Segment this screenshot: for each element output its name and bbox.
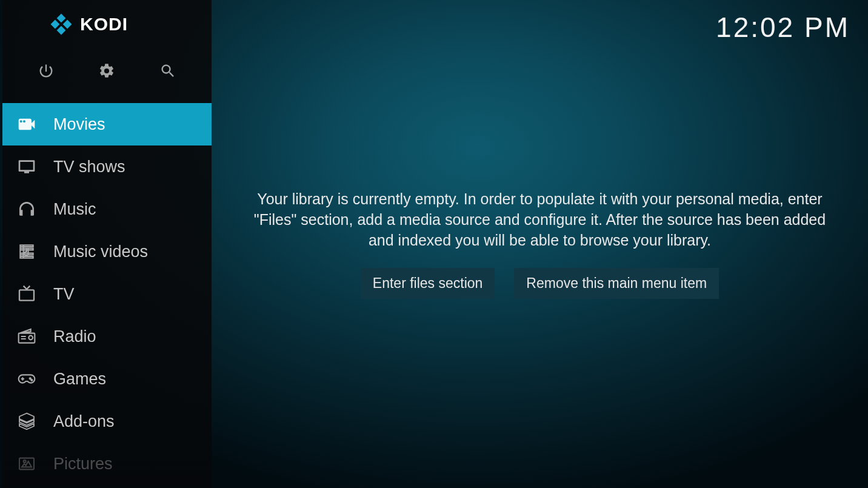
power-button[interactable] [33, 59, 59, 85]
main-content: Your library is currently empty. In orde… [212, 0, 868, 488]
power-icon [38, 62, 55, 82]
svg-rect-0 [57, 14, 66, 23]
sidebar-item-pictures[interactable]: Pictures [2, 443, 212, 485]
utility-row [2, 48, 212, 96]
tv-shows-icon [15, 155, 39, 179]
sidebar-item-label: Radio [53, 327, 96, 346]
action-button-row: Enter files section Remove this main men… [361, 268, 719, 299]
movies-icon [15, 112, 39, 136]
sidebar-item-label: Games [53, 370, 106, 389]
pictures-icon [15, 452, 39, 476]
sidebar-item-label: Music [53, 200, 96, 219]
enter-files-section-button[interactable]: Enter files section [361, 268, 495, 299]
search-button[interactable] [155, 59, 181, 85]
sidebar-item-label: Music videos [53, 242, 148, 261]
tv-icon [15, 282, 39, 306]
sidebar-item-addons[interactable]: Add-ons [2, 400, 212, 443]
sidebar-item-label: Add-ons [53, 412, 115, 431]
svg-rect-2 [51, 20, 60, 29]
sidebar-item-tvshows[interactable]: TV shows [2, 145, 212, 188]
sidebar-item-games[interactable]: Games [2, 358, 212, 400]
sidebar-item-movies[interactable]: Movies [2, 103, 212, 145]
gear-icon [98, 62, 115, 82]
sidebar-item-label: Pictures [53, 455, 113, 473]
games-icon [15, 367, 39, 391]
sidebar: KODI Movies [2, 0, 212, 488]
svg-rect-3 [57, 26, 66, 35]
search-icon [159, 62, 176, 82]
remove-main-menu-item-button[interactable]: Remove this main menu item [514, 268, 719, 299]
addons-icon [15, 409, 39, 433]
sidebar-item-tv[interactable]: TV [2, 273, 212, 315]
music-icon [15, 197, 39, 221]
sidebar-item-label: TV shows [53, 158, 125, 176]
svg-rect-1 [63, 20, 72, 29]
app-name: KODI [80, 14, 128, 35]
music-videos-icon [15, 239, 39, 264]
kodi-logo-icon [50, 13, 73, 36]
main-menu: Movies TV shows Music Music videos TV [2, 96, 212, 488]
settings-button[interactable] [94, 59, 119, 85]
app-logo: KODI [2, 0, 212, 48]
sidebar-item-label: TV [53, 285, 75, 304]
sidebar-item-music[interactable]: Music [2, 188, 212, 230]
library-empty-message: Your library is currently empty. In orde… [249, 189, 831, 250]
radio-icon [15, 324, 39, 349]
sidebar-item-radio[interactable]: Radio [2, 315, 212, 358]
sidebar-item-label: Movies [53, 115, 105, 134]
sidebar-item-musicvideos[interactable]: Music videos [2, 230, 212, 273]
